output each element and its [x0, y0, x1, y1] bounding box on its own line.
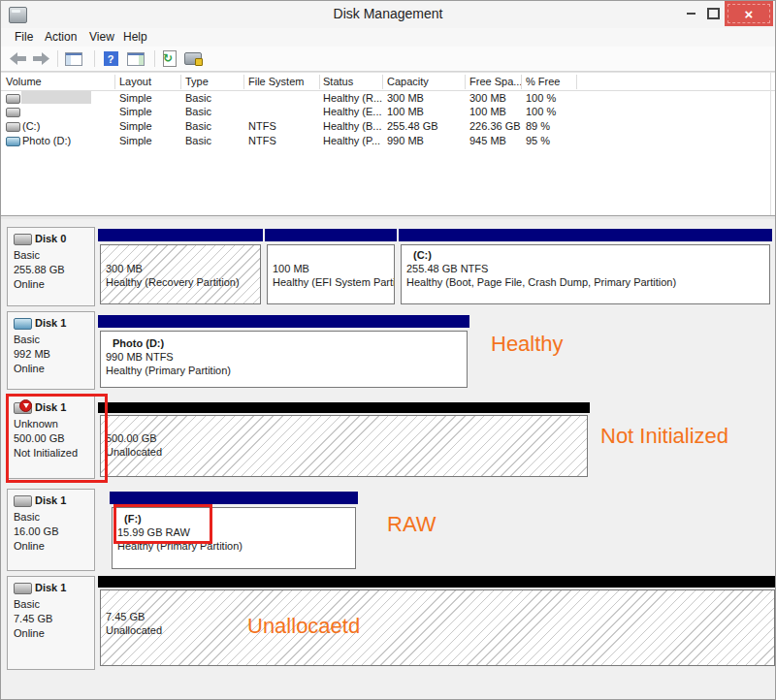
maximize-button[interactable] [702, 1, 724, 26]
menu-bar: File Action View Help [1, 28, 775, 47]
toolbar-divider [57, 50, 58, 67]
highlight-rect-not-initialized-disk [6, 394, 108, 483]
unallocated-region-7gb[interactable]: 7.45 GB Unallocated [98, 576, 776, 668]
disk0-label-panel[interactable]: Disk 0 Basic 255.88 GB Online [7, 227, 95, 306]
disk-row-0: Disk 0 Basic 255.88 GB Online 300 MB Hea… [1, 227, 775, 306]
menu-file[interactable]: File [15, 30, 33, 44]
annotation-unallocated: Unallocaetd [247, 614, 360, 639]
toolbar: ? [1, 47, 775, 72]
col-volume[interactable]: Volume [6, 76, 42, 87]
menu-help[interactable]: Help [123, 30, 147, 44]
toolbar-divider [94, 50, 95, 67]
action-pane-icon[interactable] [127, 50, 145, 67]
volume-icon [6, 94, 20, 104]
partition-recovery[interactable]: 300 MB Healthy (Recovery Partition) [98, 229, 263, 306]
col-type[interactable]: Type [185, 76, 209, 87]
disk-row-4: Disk 1 Basic 7.45 GB Online 7.45 GB Unal… [1, 576, 775, 670]
col-free-space[interactable]: Free Spa... [469, 76, 522, 87]
volume-row-efi[interactable]: Simple Basic Healthy (E... 100 MB 100 MB… [1, 105, 775, 119]
col-pct-free[interactable]: % Free [526, 76, 560, 87]
annotation-healthy: Healthy [491, 332, 564, 357]
volume-icon [6, 137, 20, 146]
title-bar: Disk Management × [1, 1, 775, 28]
close-button[interactable]: × [725, 1, 773, 26]
disk4-label-panel[interactable]: Disk 1 Basic 7.45 GB Online [7, 576, 95, 670]
volume-row-photo-d[interactable]: Photo (D:) Simple Basic NTFS Healthy (P.… [1, 134, 775, 148]
col-capacity[interactable]: Capacity [387, 76, 429, 87]
volume-row-recovery[interactable]: Simple Basic Healthy (R... 300 MB 300 MB… [1, 91, 775, 106]
col-layout[interactable]: Layout [119, 76, 151, 87]
col-file-system[interactable]: File System [248, 76, 304, 87]
volume-row-c[interactable]: (C:) Simple Basic NTFS Healthy (B... 255… [1, 119, 775, 134]
volume-list-header: Volume Layout Type File System Status Ca… [1, 74, 775, 91]
disk3-label-panel[interactable]: Disk 1 Basic 16.00 GB Online [7, 489, 95, 571]
console-tree-icon[interactable] [65, 50, 82, 67]
partition-photo-d[interactable]: Photo (D:) 990 MB NTFS Healthy (Primary … [98, 315, 469, 390]
selected-volume-highlight [21, 91, 91, 104]
partition-efi[interactable]: 100 MB Healthy (EFI System Partitio [265, 229, 397, 306]
col-status[interactable]: Status [323, 76, 353, 87]
disk-management-window: Disk Management × File Action View Help … [0, 0, 776, 700]
disk-row-1: Disk 1 Basic 992 MB Online Photo (D:) 99… [1, 311, 775, 390]
minimize-button[interactable] [680, 1, 701, 26]
partition-c[interactable]: (C:) 255.48 GB NTFS Healthy (Boot, Page … [399, 229, 772, 306]
volume-list: Volume Layout Type File System Status Ca… [1, 72, 775, 216]
menu-action[interactable]: Action [45, 30, 77, 44]
annotation-raw: RAW [387, 512, 436, 537]
refresh-icon[interactable] [161, 50, 178, 67]
rescan-disks-icon[interactable] [184, 50, 202, 67]
menu-view[interactable]: View [89, 30, 114, 44]
maximize-icon [707, 8, 720, 19]
disk-icon [14, 583, 32, 594]
volume-icon [6, 108, 20, 117]
annotation-not-initialized: Not Initialized [600, 424, 728, 449]
window-title: Disk Management [1, 6, 775, 21]
minimize-icon [687, 13, 695, 15]
close-icon: × [745, 7, 754, 21]
disk-icon [14, 318, 32, 330]
unallocated-region-500gb[interactable]: 500.00 GB Unallocated [98, 402, 590, 479]
graphical-view: Disk 0 Basic 255.88 GB Online 300 MB Hea… [1, 219, 775, 700]
disk-icon [14, 495, 32, 507]
toolbar-divider [154, 50, 155, 67]
back-icon[interactable] [9, 50, 26, 67]
volume-icon [6, 122, 20, 132]
disk1-label-panel[interactable]: Disk 1 Basic 992 MB Online [7, 311, 95, 390]
highlight-rect-raw-volume [113, 504, 212, 544]
disk-icon [14, 234, 32, 245]
help-icon[interactable]: ? [102, 50, 119, 67]
forward-icon[interactable] [32, 50, 49, 67]
